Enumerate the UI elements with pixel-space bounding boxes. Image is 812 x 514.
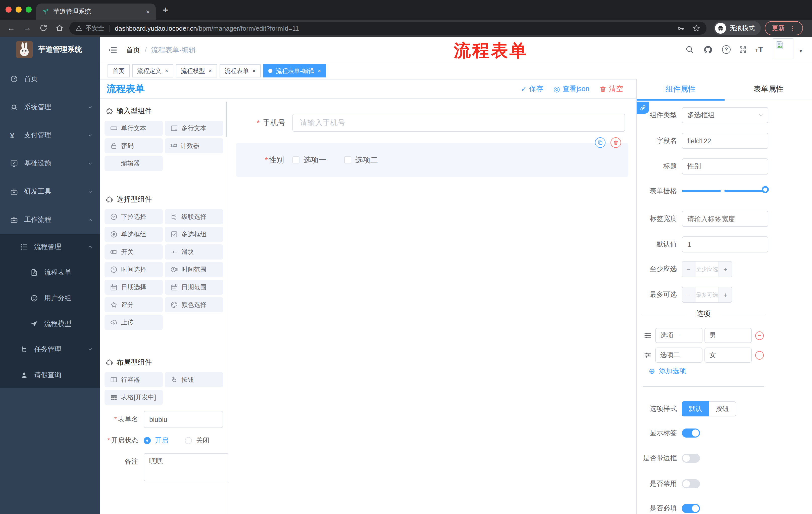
sidebar-item-workflow[interactable]: 工作流程 [0,206,100,234]
gender-option-2-label[interactable]: 选项二 [355,155,378,165]
reload-icon[interactable] [39,24,48,32]
tag-home[interactable]: 首页 [108,64,129,77]
palette-item-password[interactable]: 密码 [105,138,163,154]
palette-item-counter[interactable]: 123 计数器 [165,138,223,154]
sidebar-item-home[interactable]: 首页 [0,65,100,93]
remove-option-icon[interactable]: − [755,331,764,340]
save-button[interactable]: ✓ 保存 [521,84,543,93]
border-toggle[interactable] [682,454,700,463]
sidebar-item-infrastructure[interactable]: 基础设施 [0,150,100,178]
gender-option-1-label[interactable]: 选项一 [303,155,326,165]
increase-button[interactable]: + [719,262,732,277]
forward-icon[interactable]: → [23,24,31,33]
canvas-field-gender-selected[interactable]: *性别 选项一 选项二 [236,143,628,177]
status-on-label[interactable]: 开启 [155,436,168,445]
palette-scrollbar[interactable] [226,102,227,137]
canvas-field-phone[interactable]: * 手机号 请输入手机号 [229,114,636,132]
palette-item-upload[interactable]: 上传 [105,315,163,330]
sidebar-item-process-model[interactable]: 流程模型 [0,311,100,336]
browser-tab[interactable]: 芋道管理系统 × [36,3,156,20]
palette-item-row-container[interactable]: 行容器 [105,372,163,387]
tab-component-props[interactable]: 组件属性 [637,79,725,99]
clear-button[interactable]: 清空 [600,84,623,93]
status-off-label[interactable]: 关闭 [196,436,209,445]
option-1-value-input[interactable] [704,328,752,343]
style-button-button[interactable]: 按钮 [709,401,736,416]
close-icon[interactable]: × [318,67,321,75]
increase-button[interactable]: + [719,287,732,302]
back-icon[interactable]: ← [7,24,15,33]
sidebar-item-task-management[interactable]: 任务管理 [0,336,100,362]
help-icon[interactable]: ? [722,45,731,54]
option-1-name-input[interactable] [655,328,702,343]
sidebar-item-process-form[interactable]: 流程表单 [0,260,100,285]
remove-option-icon[interactable]: − [755,351,764,359]
collapse-sidebar-icon[interactable] [108,45,118,55]
palette-item-editor[interactable]: 编辑器 [105,156,163,171]
delete-field-button[interactable] [610,137,621,148]
option-2-value-input[interactable] [704,348,752,362]
duplicate-field-button[interactable] [595,137,606,148]
home-icon[interactable] [55,24,64,32]
sidebar-item-system-management[interactable]: 系统管理 [0,93,100,121]
sidebar-item-user-group[interactable]: 用户分组 [0,285,100,311]
component-type-select[interactable] [682,107,768,123]
close-icon[interactable]: × [208,67,212,75]
add-option-button[interactable]: ⊕ 添加选项 [649,367,686,376]
option-2-name-input[interactable] [655,348,702,362]
drag-handle-icon[interactable] [644,351,652,359]
github-icon[interactable] [703,45,713,54]
view-json-button[interactable]: ◎ 查看json [553,84,589,93]
decrease-button[interactable]: − [683,287,695,302]
close-tab-icon[interactable]: × [146,8,150,15]
address-bar[interactable]: 不安全 dashboard.yudao.iocoder.cn/bpm/manag… [69,22,706,35]
gender-checkbox-1[interactable] [292,156,299,163]
grid-slider[interactable] [682,190,764,192]
status-radio-off[interactable] [185,437,192,444]
decrease-button[interactable]: − [683,262,695,277]
palette-item-multi-line-text[interactable]: 多行文本 [165,121,223,136]
gender-checkbox-2[interactable] [344,156,351,163]
disabled-toggle[interactable] [682,479,700,488]
style-default-button[interactable]: 默认 [682,401,709,416]
palette-item-table[interactable]: 表格[开发中] [105,390,163,405]
sidebar-item-leave-query[interactable]: 请假查询 [0,362,100,388]
sidebar-item-process-management[interactable]: 流程管理 [0,234,100,260]
fullscreen-icon[interactable] [738,45,747,54]
sidebar-item-dev-tools[interactable]: 研发工具 [0,178,100,206]
show-label-toggle[interactable] [682,429,700,437]
maximize-window-button[interactable] [26,6,32,12]
tag-process-definition[interactable]: 流程定义 × [132,64,173,77]
avatar-caret-icon[interactable]: ▾ [800,48,802,54]
min-placeholder[interactable]: 至少应选 [695,262,719,277]
tag-process-form-edit[interactable]: 流程表单-编辑 × [263,64,326,77]
status-radio-on[interactable] [144,437,151,444]
tab-form-props[interactable]: 表单属性 [725,79,812,99]
palette-item-button[interactable]: 按钮 [165,372,223,387]
palette-item-color-picker[interactable]: 颜色选择 [165,297,223,312]
search-icon[interactable] [685,45,694,54]
close-window-button[interactable] [5,6,11,12]
label-width-input[interactable] [682,211,768,227]
required-toggle[interactable] [682,504,700,513]
browser-update-button[interactable]: 更新 ⋮ [765,21,803,35]
minimize-window-button[interactable] [16,6,22,12]
phone-input[interactable]: 请输入手机号 [292,114,625,132]
avatar[interactable] [773,38,793,59]
tag-process-form[interactable]: 流程表单 × [220,64,261,77]
form-remark-textarea[interactable]: 嘿嘿 [144,453,228,481]
max-placeholder[interactable]: 最多可选 [695,287,719,302]
tag-process-model[interactable]: 流程模型 × [176,64,217,77]
bookmark-star-icon[interactable] [692,24,700,32]
default-value-input[interactable] [682,236,768,252]
form-name-input[interactable] [144,411,223,428]
title-input[interactable] [682,158,768,174]
sidebar-item-payment-management[interactable]: ¥ 支付管理 [0,121,100,150]
font-size-icon[interactable]: TT [755,45,763,54]
key-icon[interactable] [677,24,685,32]
close-icon[interactable]: × [165,67,168,75]
slider-handle[interactable] [762,186,769,193]
field-name-input[interactable] [682,133,768,149]
close-icon[interactable]: × [252,67,256,75]
drag-handle-icon[interactable] [644,331,652,340]
